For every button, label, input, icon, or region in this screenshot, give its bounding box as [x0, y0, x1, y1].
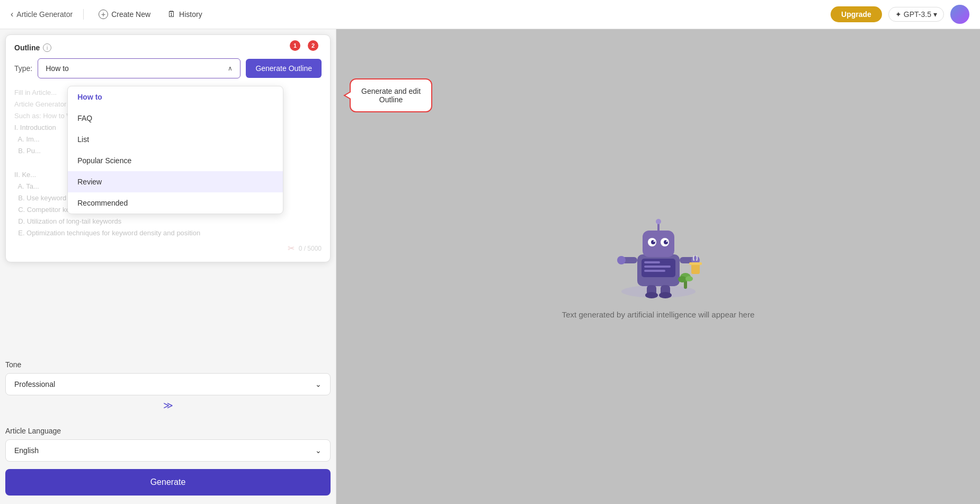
- upgrade-button[interactable]: Upgrade: [831, 6, 882, 22]
- outline-card: Outline i 1 2 Type: How to ∧ How to FAQ: [5, 34, 331, 262]
- type-select[interactable]: How to ∧: [38, 58, 240, 78]
- language-label: Article Language: [5, 427, 331, 435]
- type-select-wrapper: How to ∧ How to FAQ List Popular Science…: [38, 58, 240, 78]
- header-right: Upgrade ✦ GPT-3.5 ▾: [831, 5, 969, 24]
- svg-point-27: [678, 276, 687, 282]
- generate-button[interactable]: Generate: [5, 469, 331, 496]
- back-chevron-icon: ‹: [11, 10, 13, 19]
- badge-1: 1: [290, 40, 300, 51]
- svg-rect-5: [644, 270, 665, 272]
- svg-rect-6: [643, 231, 674, 257]
- language-chevron-icon: ⌄: [315, 446, 322, 455]
- dropdown-item-faq[interactable]: FAQ: [68, 108, 283, 129]
- back-button[interactable]: ‹ Article Generator: [11, 10, 73, 19]
- scroll-down-icon: ≫: [5, 400, 331, 411]
- tone-chevron-icon: ⌄: [315, 380, 322, 388]
- type-label: Type:: [14, 64, 32, 73]
- svg-point-23: [645, 292, 658, 298]
- language-section: Article Language English ⌄: [5, 427, 331, 462]
- create-new-button[interactable]: + Create New: [94, 7, 155, 21]
- plus-circle-icon: +: [99, 10, 108, 19]
- char-count-label: 0 / 5000: [299, 245, 322, 252]
- tone-section: Tone Professional ⌄ ≫: [5, 360, 331, 411]
- svg-point-14: [656, 219, 661, 224]
- badge-2: 2: [308, 40, 318, 51]
- svg-rect-3: [644, 261, 660, 263]
- dropdown-item-popular-science[interactable]: Popular Science: [68, 150, 283, 171]
- history-button[interactable]: 🗓 History: [163, 7, 207, 21]
- create-new-label: Create New: [111, 10, 150, 19]
- avatar[interactable]: [950, 5, 969, 24]
- history-icon: 🗓: [167, 10, 176, 19]
- svg-point-24: [659, 292, 672, 298]
- app-title: Article Generator: [16, 10, 73, 19]
- language-select[interactable]: English ⌄: [5, 439, 331, 462]
- tone-select[interactable]: Professional ⌄: [5, 373, 331, 395]
- char-count: ✂ 0 / 5000: [14, 243, 322, 253]
- outline-header: Outline i 1 2: [14, 43, 322, 52]
- svg-point-12: [666, 240, 667, 242]
- svg-rect-4: [644, 266, 671, 268]
- tone-label: Tone: [5, 360, 331, 369]
- dropdown-item-review[interactable]: Review: [68, 171, 283, 192]
- svg-point-28: [685, 276, 693, 281]
- svg-point-11: [653, 240, 655, 242]
- clear-icon[interactable]: ✂: [288, 243, 295, 253]
- dropdown-scroll: How to FAQ List Popular Science Review R…: [68, 86, 283, 214]
- gpt-label: GPT-3.5: [904, 10, 931, 19]
- ai-placeholder-text: Text generated by artificial intelligenc…: [562, 310, 755, 319]
- tooltip-bubble: Generate and edit Outline: [350, 78, 432, 112]
- left-panel: Outline i 1 2 Type: How to ∧ How to FAQ: [0, 29, 336, 504]
- dropdown-item-recommended[interactable]: Recommended: [68, 192, 283, 214]
- type-row: Type: How to ∧ How to FAQ List Popular S…: [14, 58, 322, 78]
- right-panel: Text generated by artificial intelligenc…: [336, 29, 980, 504]
- header: ‹ Article Generator + Create New 🗓 Histo…: [0, 0, 980, 29]
- dropdown-item-list[interactable]: List: [68, 129, 283, 150]
- history-label: History: [179, 10, 202, 19]
- robot-illustration: [605, 215, 711, 299]
- dropdown-item-how-to[interactable]: How to: [68, 86, 283, 108]
- tooltip-line2: Outline: [361, 95, 421, 104]
- gpt-selector[interactable]: ✦ GPT-3.5 ▾: [888, 7, 944, 22]
- selected-type-label: How to: [46, 64, 69, 73]
- language-selected-label: English: [14, 446, 39, 455]
- generate-outline-button[interactable]: Generate Outline: [246, 59, 322, 78]
- outline-label: Outline: [14, 43, 40, 52]
- header-divider: [83, 9, 84, 20]
- gpt-chevron-icon: ▾: [933, 10, 937, 19]
- svg-rect-20: [689, 262, 702, 265]
- type-dropdown: How to FAQ List Popular Science Review R…: [67, 86, 283, 214]
- tone-selected-label: Professional: [14, 380, 55, 388]
- gpt-star-icon: ✦: [895, 10, 902, 19]
- tooltip-line1: Generate and edit: [361, 87, 421, 95]
- svg-point-17: [617, 256, 626, 264]
- select-chevron-icon: ∧: [228, 65, 233, 72]
- header-left: ‹ Article Generator + Create New 🗓 Histo…: [11, 7, 207, 21]
- svg-rect-13: [657, 223, 660, 232]
- info-icon[interactable]: i: [43, 43, 51, 52]
